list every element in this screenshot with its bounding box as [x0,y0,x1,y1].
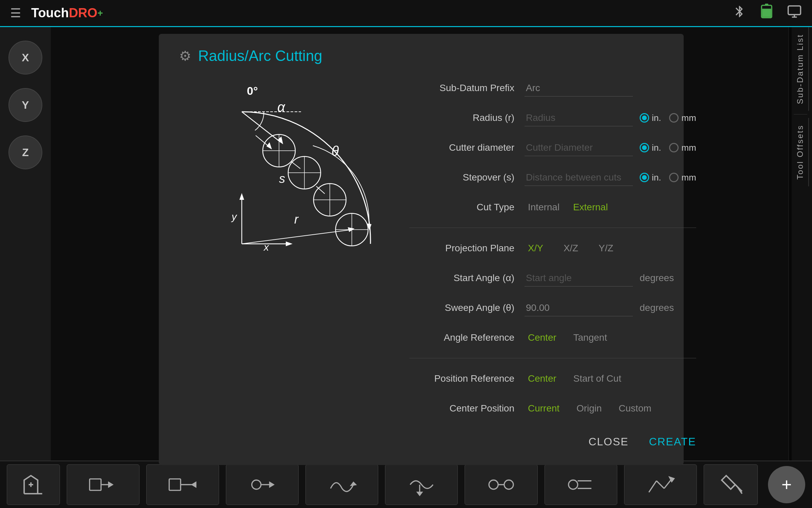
cut-type-group: Internal External [528,202,608,213]
toolbar-btn-2[interactable] [67,464,140,505]
angle-ref-center[interactable]: Center [528,332,556,343]
axis-btn-y[interactable]: Y [8,88,42,122]
topbar-icons [733,3,802,23]
radius-label: Radius (r) [409,112,525,123]
angle-reference-label: Angle Reference [409,332,525,343]
stepover-in-option[interactable]: in. [640,172,661,183]
start-angle-input[interactable] [525,270,633,287]
center-position-row: Center Position Current Origin Custom [409,398,696,419]
cutter-mm-radio[interactable] [669,143,679,152]
svg-text:s: s [279,172,285,186]
angle-ref-group: Center Tangent [528,332,607,343]
svg-rect-3 [788,6,801,15]
modal-title: Radius/Arc Cutting [198,47,322,64]
stepover-mm-option[interactable]: mm [669,172,696,183]
axis-btn-x[interactable]: X [8,41,42,75]
radius-in-label: in. [652,113,661,123]
pos-ref-start-of-cut[interactable]: Start of Cut [573,373,621,384]
proj-yz[interactable]: Y/Z [599,243,614,254]
svg-point-53 [504,480,513,489]
right-sidebar: Sub-Datum List Tool Offsets [788,27,812,461]
pos-ref-group: Center Start of Cut [528,373,621,384]
toolbar-btn-1[interactable] [7,464,60,505]
axis-btn-z[interactable]: Z [8,135,42,169]
svg-text:α: α [277,100,285,114]
radius-mm-radio[interactable] [669,113,679,123]
radius-row: Radius (r) in. mm [409,108,696,128]
toolbar-btn-drill[interactable] [704,464,758,505]
stepover-mm-label: mm [681,172,696,183]
radius-in-radio[interactable] [640,113,649,123]
modal-overlay: ⚙ Radius/Arc Cutting 0° α θ s [51,27,792,461]
cutter-mm-option[interactable]: mm [669,143,696,153]
center-pos-group: Current Origin Custom [528,403,651,414]
stepover-input[interactable] [525,169,633,186]
svg-rect-2 [762,9,771,17]
svg-marker-50 [417,492,422,495]
cutter-in-option[interactable]: in. [640,143,661,153]
create-button[interactable]: CREATE [649,436,696,448]
modal-footer: CLOSE CREATE [409,436,696,448]
toolbar-btn-5[interactable] [305,464,378,505]
start-angle-row: Start Angle (α) degrees [409,268,696,288]
stepover-in-radio[interactable] [640,173,649,182]
stepover-mm-radio[interactable] [669,173,679,182]
start-angle-unit: degrees [640,273,674,283]
center-pos-custom[interactable]: Custom [619,403,651,414]
svg-rect-39 [90,479,101,490]
stepover-unit-group: in. mm [640,172,696,183]
svg-rect-42 [169,479,181,490]
center-pos-origin[interactable]: Origin [576,403,602,414]
start-angle-label: Start Angle (α) [409,273,525,283]
proj-xz[interactable]: X/Z [563,243,578,254]
logo-text: Touch [31,6,69,20]
diagram-area: 0° α θ s r y x [179,78,389,448]
svg-line-58 [657,481,664,489]
svg-text:r: r [294,212,299,226]
bottom-toolbar: + [0,461,812,508]
topbar: ☰ Touch DRO + [0,0,812,27]
center-position-label: Center Position [409,403,525,414]
sub-datum-prefix-label: Sub-Datum Prefix [409,83,525,93]
svg-text:x: x [263,241,269,253]
position-reference-label: Position Reference [409,373,525,384]
sweep-angle-label: Sweep Angle (θ) [409,302,525,313]
cut-type-internal[interactable]: Internal [528,202,559,213]
projection-plane-row: Projection Plane X/Y X/Z Y/Z [409,238,696,258]
bluetooth-icon[interactable] [733,5,746,21]
toolbar-btn-7[interactable] [465,464,537,505]
radius-input[interactable] [525,110,633,126]
toolbar-btn-4[interactable] [226,464,299,505]
stepover-label: Stepover (s) [409,172,525,183]
sweep-angle-input[interactable] [525,300,633,316]
svg-point-45 [252,480,261,489]
radius-unit-group: in. mm [640,113,696,123]
hamburger-icon[interactable]: ☰ [10,6,21,20]
sub-datum-prefix-input[interactable] [525,80,633,97]
screen-icon[interactable] [787,4,802,22]
radius-in-option[interactable]: in. [640,113,661,123]
modal-title-row: ⚙ Radius/Arc Cutting [179,47,663,64]
radius-mm-option[interactable]: mm [669,113,696,123]
add-button[interactable]: + [768,466,805,503]
angle-ref-tangent[interactable]: Tangent [573,332,607,343]
cutter-in-radio[interactable] [640,143,649,152]
cut-type-label: Cut Type [409,202,525,213]
sidebar-tab-sub-datum[interactable]: Sub-Datum List [792,27,809,111]
proj-xy[interactable]: X/Y [528,243,543,254]
close-button[interactable]: CLOSE [589,436,628,448]
toolbar-btn-3[interactable] [146,464,219,505]
pos-ref-center[interactable]: Center [528,373,556,384]
battery-icon[interactable] [760,3,773,23]
toolbar-btn-8[interactable] [544,464,617,505]
sidebar-tab-tool-offsets[interactable]: Tool Offsets [792,118,809,186]
cutter-diameter-input[interactable] [525,140,633,156]
add-icon: + [782,474,792,495]
svg-text:y: y [231,211,237,222]
center-pos-current[interactable]: Current [528,403,559,414]
left-sidebar: X Y Z [0,27,51,508]
toolbar-btn-9[interactable] [624,464,697,505]
toolbar-btn-6[interactable] [385,464,458,505]
cut-type-external[interactable]: External [573,202,608,213]
svg-point-54 [569,480,578,489]
